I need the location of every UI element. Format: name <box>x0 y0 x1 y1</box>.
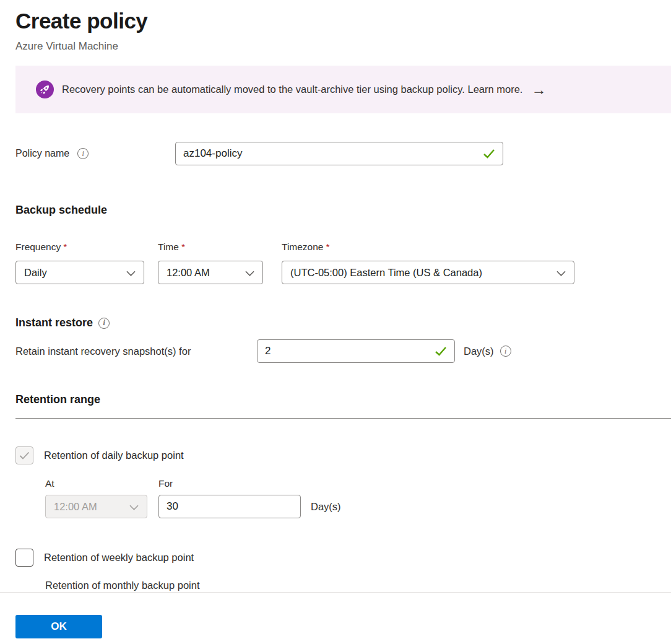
instant-restore-heading: Instant restore i <box>15 316 671 329</box>
weekly-retention-checkbox[interactable] <box>15 549 33 567</box>
policy-name-info-icon[interactable]: i <box>77 148 89 159</box>
days-unit-label: Day(s) <box>311 501 341 513</box>
daily-retention-row: Retention of daily backup point <box>15 446 671 464</box>
timezone-dropdown[interactable]: (UTC-05:00) Eastern Time (US & Canada) <box>282 261 574 284</box>
timezone-label: Timezone* <box>282 242 574 253</box>
create-policy-pane: Create policy Azure Virtual Machine Reco… <box>0 0 671 644</box>
daily-retention-checkbox <box>15 446 33 464</box>
chevron-down-icon <box>245 267 254 279</box>
valid-check-icon <box>483 149 495 161</box>
days-info-icon[interactable]: i <box>500 346 511 357</box>
banner-arrow-icon[interactable]: → <box>531 82 546 97</box>
weekly-retention-label: Retention of weekly backup point <box>44 552 194 564</box>
daily-atfor-labels: At For <box>45 478 671 489</box>
page-subtitle: Azure Virtual Machine <box>15 40 671 53</box>
page-title: Create policy <box>15 7 671 35</box>
time-value: 12:00 AM <box>167 267 210 279</box>
policy-name-row: Policy name i <box>15 142 671 165</box>
retain-days-field-wrap <box>257 339 455 363</box>
daily-at-time-value: 12:00 AM <box>54 501 97 513</box>
for-label: For <box>158 478 173 489</box>
policy-name-input[interactable] <box>183 147 495 160</box>
chevron-down-icon <box>129 501 139 513</box>
instant-restore-row: Retain instant recovery snapshot(s) for … <box>15 339 671 363</box>
frequency-value: Daily <box>24 267 47 279</box>
command-footer: OK <box>0 592 671 644</box>
time-label: Time* <box>158 242 263 253</box>
daily-at-time-dropdown: 12:00 AM <box>45 495 147 518</box>
daily-for-field-wrap <box>158 495 301 518</box>
retain-days-input[interactable] <box>265 345 447 357</box>
archive-tier-banner: Recovery points can be automatically mov… <box>15 66 671 113</box>
at-label: At <box>45 478 158 489</box>
instant-restore-info-icon[interactable]: i <box>98 318 110 329</box>
clipped-next-row: Retention of monthly backup point <box>45 580 671 591</box>
banner-message: Recovery points can be automatically mov… <box>62 84 522 95</box>
frequency-dropdown[interactable]: Daily <box>15 261 144 284</box>
section-divider <box>15 418 671 419</box>
chevron-down-icon <box>556 267 566 279</box>
policy-name-field-wrap <box>175 142 503 165</box>
frequency-label: Frequency* <box>15 242 144 253</box>
required-marker: * <box>63 242 67 252</box>
daily-retention-label: Retention of daily backup point <box>44 450 184 461</box>
chevron-down-icon <box>126 267 136 279</box>
learn-more-link[interactable]: Learn more. <box>467 84 522 95</box>
backup-schedule-fields: Frequency* Daily Time* 12:00 AM Ti <box>15 242 671 284</box>
rocket-icon <box>36 80 54 98</box>
days-unit-label: Day(s) <box>464 346 494 357</box>
ok-button[interactable]: OK <box>15 615 102 638</box>
valid-check-icon <box>435 346 447 359</box>
retain-snapshots-label: Retain instant recovery snapshot(s) for <box>15 346 257 357</box>
backup-schedule-heading: Backup schedule <box>15 204 671 217</box>
time-dropdown[interactable]: 12:00 AM <box>158 261 263 284</box>
required-marker: * <box>326 242 329 252</box>
daily-for-days-input[interactable] <box>167 500 293 513</box>
timezone-value: (UTC-05:00) Eastern Time (US & Canada) <box>290 267 482 279</box>
policy-name-label: Policy name <box>15 148 69 159</box>
weekly-retention-row: Retention of weekly backup point <box>15 549 671 567</box>
daily-atfor-controls: 12:00 AM Day(s) <box>45 495 671 518</box>
retention-range-heading: Retention range <box>15 393 671 406</box>
required-marker: * <box>181 242 185 252</box>
